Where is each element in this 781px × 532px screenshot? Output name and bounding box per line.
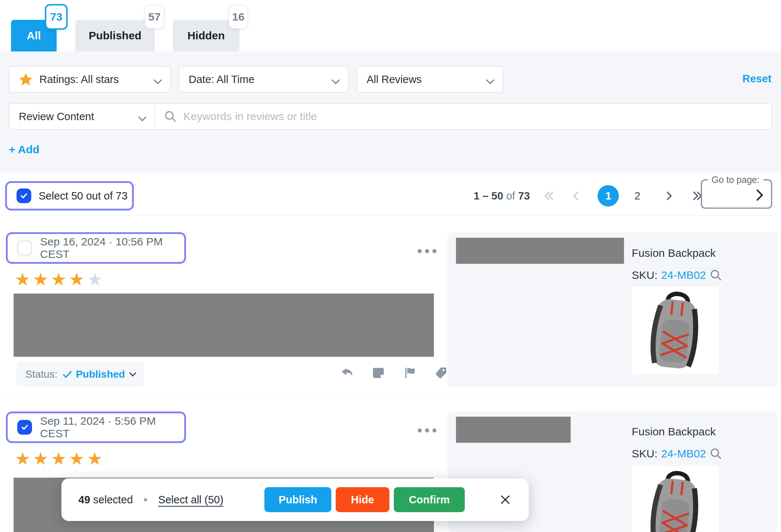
reset-filters-link[interactable]: Reset [742,73,771,85]
star-filled-icon: ★ [33,269,51,290]
selected-word: selected [93,494,133,506]
tab-all-count-badge: 73 [45,4,68,30]
pagination-range-values: 1 – 50 [474,190,503,202]
ratings-filter-dropdown[interactable]: Ratings: All stars [9,66,171,93]
magnifier-icon[interactable] [710,269,722,281]
review-2-product-redacted [456,417,571,443]
keyword-search-box [155,103,772,130]
search-field-selector-label: Review Content [19,111,94,123]
star-filled-icon: ★ [33,448,51,469]
hide-button[interactable]: Hide [336,487,389,512]
review-type-filter-label: All Reviews [367,73,422,86]
tab-published-label: Published [89,29,141,42]
review-2-product-sku-row: SKU: 24-MB02 [632,447,722,460]
bulk-action-bar: 49 selected Select all (50) Publish Hide… [61,478,529,521]
review-1-more-menu[interactable] [418,249,436,253]
pagination: 1 – 50 of 73 1 2 [474,183,704,209]
go-to-page-box: Go to page: [701,179,772,209]
review-1-status-dropdown[interactable]: Status: Published [17,362,144,387]
separator-dot [144,498,147,502]
reply-icon[interactable] [340,366,354,380]
page-1-button[interactable]: 1 [598,185,619,206]
review-2-star-rating: ★★★★★ [15,450,105,468]
tab-hidden-label: Hidden [188,29,225,42]
first-page-icon[interactable] [542,188,556,203]
publish-button[interactable]: Publish [264,487,331,512]
star-filled-icon: ★ [69,448,87,469]
tab-published[interactable]: Published [75,20,155,51]
review-2-product-name: Fusion Backpack [632,425,716,438]
flag-icon[interactable] [403,366,417,380]
review-1-product-image [632,287,719,374]
review-2-checkbox[interactable] [17,420,32,435]
filters-panel: Ratings: All stars Date: All Time All Re… [0,51,781,173]
date-filter-dropdown[interactable]: Date: All Time [179,66,349,93]
ratings-filter-label: Ratings: All stars [39,73,119,86]
review-1-status-label: Status: [25,369,57,380]
review-1-product-panel: Fusion Backpack SKU: 24-MB02 [447,232,777,387]
previous-page-icon[interactable] [569,188,584,203]
star-filled-icon: ★ [15,448,33,469]
search-field-selector-dropdown[interactable]: Review Content [9,103,155,130]
star-filled-icon: ★ [87,448,105,469]
review-1-date: Sep 16, 2024 · 10:56 PM CEST [40,236,184,260]
confirm-button[interactable]: Confirm [394,487,465,512]
search-icon [164,110,177,123]
note-icon[interactable] [371,366,385,380]
tab-hidden-count: 16 [232,11,244,23]
review-2-sku-link[interactable]: 24-MB02 [661,447,706,460]
select-all-highlight-box: Select 50 out of 73 [5,181,134,211]
chevron-down-icon [129,369,136,377]
review-type-filter-dropdown[interactable]: All Reviews [357,66,503,93]
review-1-actions [340,366,449,380]
tab-published-count: 57 [148,11,160,23]
check-icon [62,369,73,380]
tag-icon[interactable] [435,366,449,380]
selected-count-text: 49 selected [78,494,133,506]
check-icon [20,423,29,432]
chevron-down-icon [139,111,145,123]
star-empty-icon: ★ [87,269,105,290]
review-1-star-rating: ★★★★★ [15,270,105,288]
star-filled-icon: ★ [15,269,33,290]
divider [0,215,781,216]
review-1-redacted-content [14,294,434,357]
review-2-more-menu[interactable] [418,428,436,432]
tab-published-count-badge: 57 [145,5,164,29]
review-2-select-highlight-box: Sep 11, 2024 · 5:56 PM CEST [6,411,186,443]
reviews-moderation-page: All 73 Published 57 Hidden 16 Ratings: A… [0,0,781,532]
divider [0,395,781,395]
close-icon[interactable] [499,493,512,506]
pagination-total: 73 [518,190,530,202]
star-icon [19,72,33,86]
select-all-link[interactable]: Select all (50) [158,494,223,506]
next-page-icon[interactable] [661,188,676,203]
star-filled-icon: ★ [69,269,87,290]
page-2-button[interactable]: 2 [634,190,640,202]
review-1-sku-link[interactable]: 24-MB02 [661,269,706,281]
review-1-checkbox[interactable] [17,241,32,255]
magnifier-icon[interactable] [710,447,722,460]
review-2-product-image [632,466,719,532]
review-1-select-highlight-box: Sep 16, 2024 · 10:56 PM CEST [6,232,186,264]
go-to-page-input[interactable] [706,185,754,204]
chevron-down-icon [487,73,493,86]
pagination-range: 1 – 50 of 73 [474,190,530,202]
check-icon [19,191,28,200]
review-1-product-name: Fusion Backpack [632,247,716,259]
pagination-of-word: of [506,190,515,202]
selected-count-number: 49 [78,494,90,506]
chevron-down-icon [155,73,161,86]
go-to-page-submit-icon[interactable] [751,187,767,205]
search-input[interactable] [183,110,763,123]
select-all-checkbox[interactable] [17,188,31,203]
add-filter-link[interactable]: + Add [9,143,39,156]
tab-hidden-count-badge: 16 [229,5,248,29]
tab-all-count: 73 [50,11,62,23]
star-filled-icon: ★ [51,269,69,290]
select-all-label: Select 50 out of 73 [39,190,128,202]
tab-all-label: All [27,29,41,42]
sku-label: SKU: [632,447,657,460]
review-2-date: Sep 11, 2024 · 5:56 PM CEST [40,415,184,440]
sku-label: SKU: [632,269,657,281]
